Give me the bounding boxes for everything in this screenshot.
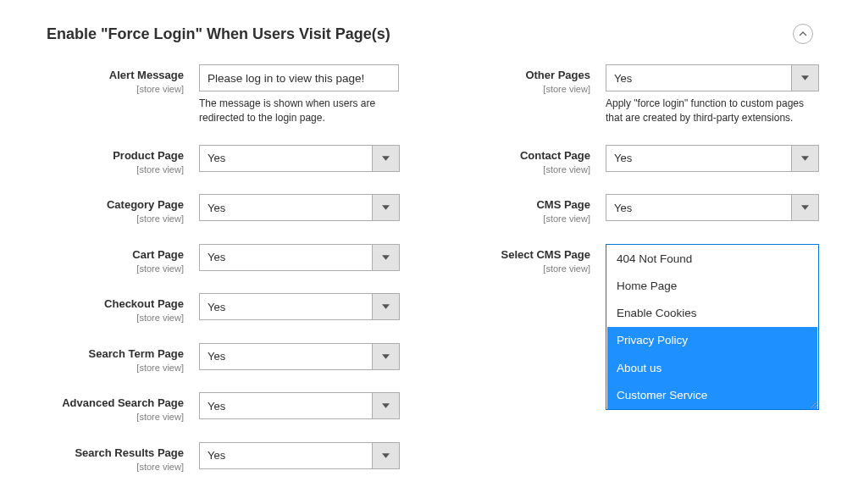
label-advanced-search-page: Advanced Search Page: [62, 396, 184, 409]
scope-hint: [store view]: [47, 263, 184, 274]
scope-hint: [store view]: [47, 213, 184, 224]
field-product-page: Product Page [store view] Yes: [47, 145, 406, 175]
resize-handle-icon[interactable]: [809, 400, 817, 408]
label-other-pages: Other Pages: [525, 69, 590, 81]
checkout-page-select[interactable]: Yes: [199, 293, 400, 320]
field-checkout-page: Checkout Page [store view] Yes: [47, 293, 406, 324]
alert-message-input[interactable]: [199, 64, 399, 91]
config-section: Enable "Force Login" When Users Visit Pa…: [0, 0, 847, 491]
scope-hint: [store view]: [47, 312, 184, 324]
field-search-term-page: Search Term Page [store view] Yes: [47, 343, 406, 374]
contact-page-select[interactable]: Yes: [606, 145, 819, 172]
search-results-page-select[interactable]: Yes: [199, 442, 400, 469]
cms-option[interactable]: 404 Not Found: [607, 246, 817, 273]
field-search-results-page: Search Results Page [store view] Yes: [47, 442, 406, 473]
caret-down-icon: [791, 195, 818, 220]
field-category-page: Category Page [store view] Yes: [47, 194, 406, 224]
field-alert-message: Alert Message [store view] The message i…: [47, 64, 406, 126]
scope-hint: [store view]: [47, 362, 184, 374]
advanced-search-page-select[interactable]: Yes: [199, 392, 400, 419]
collapse-toggle[interactable]: [793, 24, 813, 44]
label-search-term-page: Search Term Page: [89, 347, 184, 360]
scope-hint: [store view]: [47, 461, 184, 473]
field-cms-page: CMS Page [store view] Yes: [453, 194, 813, 224]
section-title: Enable "Force Login" When Users Visit Pa…: [47, 25, 390, 43]
cms-option[interactable]: Home Page: [607, 273, 817, 300]
label-cart-page: Cart Page: [132, 248, 184, 261]
cart-page-select[interactable]: Yes: [199, 244, 400, 271]
caret-down-icon: [372, 344, 399, 369]
search-term-page-select[interactable]: Yes: [199, 343, 400, 370]
chevron-up-icon: [799, 28, 807, 41]
field-cart-page: Cart Page [store view] Yes: [47, 244, 406, 274]
label-select-cms-page: Select CMS Page: [501, 248, 591, 261]
cms-option[interactable]: Enable Cookies: [607, 300, 817, 327]
other-pages-select[interactable]: Yes: [606, 64, 819, 91]
caret-down-icon: [372, 393, 399, 418]
alert-message-note: The message is shown when users are redi…: [199, 97, 402, 126]
cms-page-select[interactable]: Yes: [606, 194, 819, 221]
field-select-cms-page: Select CMS Page [store view] 404 Not Fou…: [453, 244, 813, 410]
caret-down-icon: [372, 245, 399, 270]
scope-hint: [store view]: [453, 263, 590, 274]
cms-option[interactable]: About us: [607, 355, 817, 382]
field-contact-page: Contact Page [store view] Yes: [453, 145, 813, 175]
caret-down-icon: [791, 65, 818, 91]
category-page-select[interactable]: Yes: [199, 194, 400, 221]
cms-option[interactable]: Customer Service: [607, 382, 817, 409]
scope-hint: [store view]: [47, 411, 184, 423]
caret-down-icon: [372, 443, 399, 468]
right-column: Other Pages [store view] Yes Apply "forc…: [453, 64, 813, 491]
select-cms-multiselect[interactable]: 404 Not FoundHome PageEnable CookiesPriv…: [606, 244, 819, 410]
label-search-results-page: Search Results Page: [75, 446, 184, 459]
product-page-select[interactable]: Yes: [199, 145, 400, 172]
section-header: Enable "Force Login" When Users Visit Pa…: [47, 24, 813, 44]
other-pages-note: Apply "force login" function to custom p…: [606, 97, 819, 126]
scope-hint: [store view]: [47, 83, 184, 95]
scope-hint: [store view]: [453, 83, 590, 95]
caret-down-icon: [372, 195, 399, 220]
label-category-page: Category Page: [107, 198, 184, 211]
label-cms-page: CMS Page: [536, 198, 590, 211]
scope-hint: [store view]: [47, 163, 184, 175]
label-checkout-page: Checkout Page: [104, 297, 184, 310]
cms-option[interactable]: Privacy Policy: [607, 327, 817, 354]
caret-down-icon: [372, 294, 399, 319]
label-alert-message: Alert Message: [109, 69, 184, 81]
left-column: Alert Message [store view] The message i…: [47, 64, 406, 491]
caret-down-icon: [791, 146, 818, 171]
field-other-pages: Other Pages [store view] Yes Apply "forc…: [453, 64, 813, 126]
scope-hint: [store view]: [453, 213, 590, 224]
label-contact-page: Contact Page: [520, 149, 590, 162]
field-advanced-search-page: Advanced Search Page [store view] Yes: [47, 392, 406, 423]
scope-hint: [store view]: [453, 163, 590, 175]
label-product-page: Product Page: [113, 149, 184, 162]
caret-down-icon: [372, 146, 399, 171]
